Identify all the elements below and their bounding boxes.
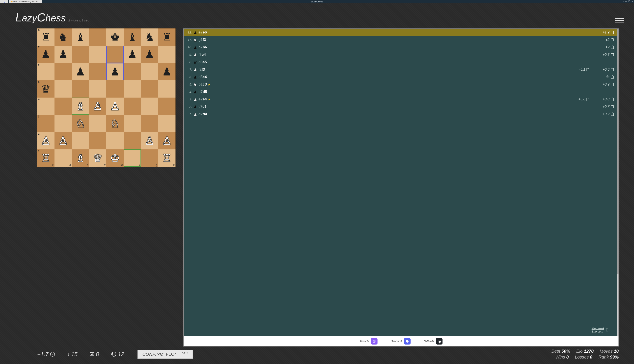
square-h4[interactable] (158, 98, 176, 115)
external-link-icon[interactable] (611, 68, 614, 71)
square-f6[interactable] (124, 63, 141, 80)
piece-wp[interactable]: ♙ (93, 101, 103, 112)
menu-button[interactable] (614, 17, 625, 24)
square-f7[interactable]: ♟ (124, 46, 141, 63)
square-g2[interactable]: ♙ (141, 132, 158, 150)
square-a6[interactable]: 6 (37, 63, 55, 80)
move-row[interactable]: 5.♞b1c3★+0.9 (184, 81, 617, 88)
piece-wn[interactable]: ♘ (110, 118, 120, 129)
square-d8[interactable] (89, 28, 106, 46)
piece-wn[interactable]: ♘ (76, 118, 85, 129)
square-h7[interactable] (158, 46, 176, 63)
square-b7[interactable]: ♟ (55, 46, 72, 63)
square-g4[interactable] (141, 98, 158, 115)
move-row[interactable]: 3.♟e2e4★+0.6+0.8 (184, 96, 617, 103)
piece-wr[interactable]: ♖ (41, 153, 51, 164)
move-row[interactable]: 7.♟f2f3-0.1+0.6 (184, 66, 617, 73)
square-g7[interactable]: ♟ (141, 46, 158, 63)
square-a7[interactable]: 7♟ (37, 46, 55, 63)
square-a3[interactable]: 3 (37, 115, 55, 132)
square-g1[interactable]: g (141, 150, 158, 167)
piece-wk[interactable]: ♔ (110, 153, 120, 164)
piece-bp[interactable]: ♟ (127, 49, 137, 60)
piece-bn[interactable]: ♞ (145, 32, 155, 43)
square-f5[interactable] (124, 80, 141, 98)
square-g6[interactable] (141, 63, 158, 80)
square-c6[interactable]: ♟ (72, 63, 89, 80)
square-b8[interactable]: ♞ (55, 28, 72, 46)
move-row[interactable]: 4.♟d7d5 (184, 88, 617, 96)
piece-bk[interactable]: ♚ (110, 32, 120, 43)
piece-bp[interactable]: ♟ (76, 66, 85, 77)
square-b6[interactable] (55, 63, 72, 80)
square-a5[interactable]: 5♛ (37, 80, 55, 98)
square-g3[interactable] (141, 115, 158, 132)
square-f4[interactable] (124, 98, 141, 115)
move-row[interactable]: 10.♟h7h6+2 (184, 44, 617, 51)
square-e2[interactable] (106, 132, 124, 150)
square-c3[interactable]: ♘ (72, 115, 89, 132)
external-link-icon[interactable] (611, 76, 614, 78)
os-tab-2[interactable]: How I stand working with Wi… (9, 0, 42, 3)
square-a4[interactable]: 4 (37, 98, 55, 115)
square-d3[interactable] (89, 115, 106, 132)
piece-wb[interactable]: ♗ (76, 153, 85, 164)
piece-wp[interactable]: ♙ (145, 136, 155, 146)
move-row[interactable]: 2.♟c7c6+0.7 (184, 103, 617, 110)
os-tab-1[interactable]: (1) (0, 0, 8, 3)
square-b1[interactable]: b (55, 150, 72, 167)
external-link-icon[interactable] (611, 31, 614, 34)
twitch-link[interactable]: Twitch ⎚ (360, 338, 377, 344)
square-g8[interactable]: ♞ (141, 28, 158, 46)
square-h6[interactable]: ♟ (158, 63, 176, 80)
square-e6[interactable]: ♟ (106, 63, 124, 80)
square-a2[interactable]: 2♙ (37, 132, 55, 150)
external-link-icon[interactable] (611, 113, 614, 116)
square-c8[interactable]: ♝ (72, 28, 89, 46)
keyboard-shortcuts-link[interactable]: Keyboard Shorcuts (591, 326, 608, 335)
piece-wp[interactable]: ♙ (58, 136, 68, 146)
square-c4[interactable]: ♗ (72, 98, 89, 115)
piece-wp[interactable]: ♙ (110, 101, 120, 112)
chess-board[interactable]: 8♜♞♝♚♝♞♜7♟♟♟♟6♟♟♟5♛4♗♙♙3♘♘2♙♙♙♙1a♖bc♗d♕e… (37, 28, 176, 167)
piece-bq[interactable]: ♛ (41, 84, 51, 94)
move-row[interactable]: 8.♛d8a5 (184, 58, 617, 66)
piece-wr[interactable]: ♖ (162, 153, 172, 164)
square-e8[interactable]: ♚ (106, 28, 124, 46)
external-link-icon[interactable] (586, 68, 589, 71)
square-f3[interactable] (124, 115, 141, 132)
square-h3[interactable] (158, 115, 176, 132)
piece-bp[interactable]: ♟ (110, 66, 120, 77)
square-d4[interactable]: ♙ (89, 98, 106, 115)
maximize-button[interactable]: ☐ (628, 0, 630, 2)
scrollbar[interactable] (617, 29, 618, 336)
move-row[interactable]: 12.♟e7e6+1.9 (184, 29, 617, 36)
external-link-icon[interactable] (586, 98, 589, 101)
piece-wp[interactable]: ♙ (41, 136, 51, 146)
square-d2[interactable] (89, 132, 106, 150)
settings-counter[interactable]: 0 (90, 351, 99, 358)
external-link-icon[interactable] (611, 83, 614, 86)
move-row[interactable]: 6.♟d5e4tie (184, 73, 617, 81)
piece-bn[interactable]: ♞ (58, 32, 68, 43)
square-h5[interactable] (158, 80, 176, 98)
square-c7[interactable] (72, 46, 89, 63)
square-g5[interactable] (141, 80, 158, 98)
close-button[interactable]: ✕ (631, 0, 633, 2)
square-c2[interactable] (72, 132, 89, 150)
square-c5[interactable] (72, 80, 89, 98)
piece-br[interactable]: ♜ (162, 32, 172, 43)
square-e7[interactable] (106, 46, 124, 63)
piece-bp[interactable]: ♟ (145, 49, 155, 60)
piece-wq[interactable]: ♕ (93, 153, 103, 164)
square-b4[interactable] (55, 98, 72, 115)
piece-wp[interactable]: ♙ (162, 136, 172, 146)
square-e4[interactable]: ♙ (106, 98, 124, 115)
square-h2[interactable]: ♙ (158, 132, 176, 150)
external-link-icon[interactable] (611, 106, 614, 108)
square-b3[interactable] (55, 115, 72, 132)
external-link-icon[interactable] (611, 46, 614, 49)
history-counter[interactable]: 12 (111, 351, 124, 358)
move-row[interactable]: 11.♞g1f3+2 (184, 36, 617, 44)
square-f1[interactable]: f (124, 150, 141, 167)
